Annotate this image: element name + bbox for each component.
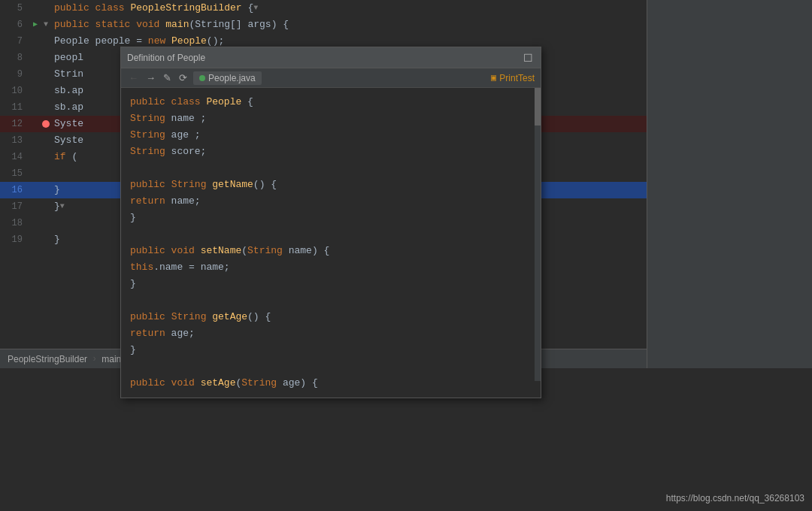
popup-code-line: }: [121, 276, 541, 292]
popup-code-line: String age ;: [121, 127, 541, 144]
code-content: Strin: [51, 66, 83, 83]
run-arrow-icon: ▶: [33, 17, 38, 33]
code-content: peopl: [51, 50, 83, 66]
file-name: People.java: [208, 73, 256, 83]
code-content: sb.ap: [51, 99, 83, 116]
code-content: Syste: [51, 116, 83, 132]
code-content: public class PeopleStringBuilder {: [51, 0, 253, 17]
popup-code-line: [121, 160, 541, 177]
popup-code-line: String score;: [121, 144, 541, 160]
refresh-button[interactable]: ⟳: [177, 72, 189, 83]
line-number: 13: [0, 132, 30, 149]
code-content: }: [51, 198, 60, 215]
run-indicator: ▶: [30, 17, 41, 33]
popup-code-area: public class People { String name ; Stri…: [121, 88, 541, 398]
code-content: Syste: [51, 132, 83, 149]
line-number: 17: [0, 198, 30, 215]
line-number: 8: [0, 50, 30, 66]
code-content: if (: [51, 149, 77, 165]
code-line: 5 public class PeopleStringBuilder { ▼: [0, 0, 647, 17]
breakpoint-area[interactable]: ▼: [41, 17, 51, 33]
edit-button[interactable]: ✎: [162, 72, 173, 83]
code-content: public static void main(String[] args) {: [51, 17, 289, 33]
fold-icon[interactable]: ▼: [44, 17, 48, 33]
line-number: 14: [0, 149, 30, 165]
line-number: 10: [0, 83, 30, 99]
popup-title: Definition of People: [127, 53, 205, 63]
popup-scrollbar-thumb[interactable]: [535, 88, 541, 125]
popup-code-line: }: [121, 342, 541, 358]
popup-code-line: this.name = name;: [121, 259, 541, 276]
fold-icon[interactable]: ▼: [253, 0, 258, 17]
line-number: 18: [0, 215, 30, 231]
forward-button[interactable]: →: [144, 72, 157, 83]
watermark-url: https://blog.csdn.net/qq_36268103: [666, 493, 804, 503]
popup-code-line: [121, 226, 541, 243]
fold-icon[interactable]: ▼: [60, 198, 65, 215]
popup-code-line: }: [121, 210, 541, 226]
right-file-name: PrintTest: [499, 73, 535, 83]
line-number: 5: [0, 0, 30, 17]
popup-code-line: return name;: [121, 193, 541, 210]
definition-popup: Definition of People ☐ ← → ✎ ⟳ People.ja…: [120, 47, 541, 398]
code-line: 6 ▶ ▼ public static void main(String[] a…: [0, 17, 647, 33]
breadcrumb-separator: ›: [92, 354, 97, 364]
popup-code-line: [121, 358, 541, 375]
popup-code-line: return age;: [121, 325, 541, 342]
file-dot: [199, 75, 205, 81]
popup-code-line: public void setAge(String age) {: [121, 375, 541, 392]
popup-code-line: public class People {: [121, 94, 541, 110]
popup-code-line: [121, 292, 541, 309]
file-tab[interactable]: People.java: [193, 71, 262, 85]
line-number: 19: [0, 231, 30, 248]
popup-title-bar: Definition of People ☐: [121, 47, 541, 68]
breakpoint-area[interactable]: [41, 120, 51, 128]
popup-toolbar: ← → ✎ ⟳ People.java ▣ PrintTest: [121, 68, 541, 88]
popup-code-line: String name ;: [121, 110, 541, 127]
breadcrumb-class: PeopleStringBuilder: [8, 354, 87, 364]
popup-scrollbar[interactable]: [535, 88, 541, 381]
popup-code-line: public void setName(String name) {: [121, 243, 541, 259]
line-number: 9: [0, 66, 30, 83]
line-number: 16: [0, 182, 30, 198]
line-number: 6: [0, 17, 30, 33]
popup-close-button[interactable]: ☐: [522, 52, 535, 64]
code-content: sb.ap: [51, 83, 83, 99]
code-content: }: [51, 231, 60, 248]
line-number: 15: [0, 165, 30, 182]
code-content: }: [51, 182, 60, 198]
line-number: 12: [0, 116, 30, 132]
popup-code-line: public String getAge() {: [121, 309, 541, 325]
watermark: https://blog.csdn.net/qq_36268103: [666, 493, 804, 503]
right-file-tab[interactable]: ▣ PrintTest: [491, 72, 535, 83]
right-panel: [647, 0, 812, 368]
breakpoint-dot: [42, 120, 50, 128]
line-number: 7: [0, 33, 30, 50]
right-file-icon: ▣: [491, 72, 496, 83]
popup-code-line: public String getName() {: [121, 177, 541, 193]
line-number: 11: [0, 99, 30, 116]
back-button[interactable]: ←: [127, 72, 140, 83]
